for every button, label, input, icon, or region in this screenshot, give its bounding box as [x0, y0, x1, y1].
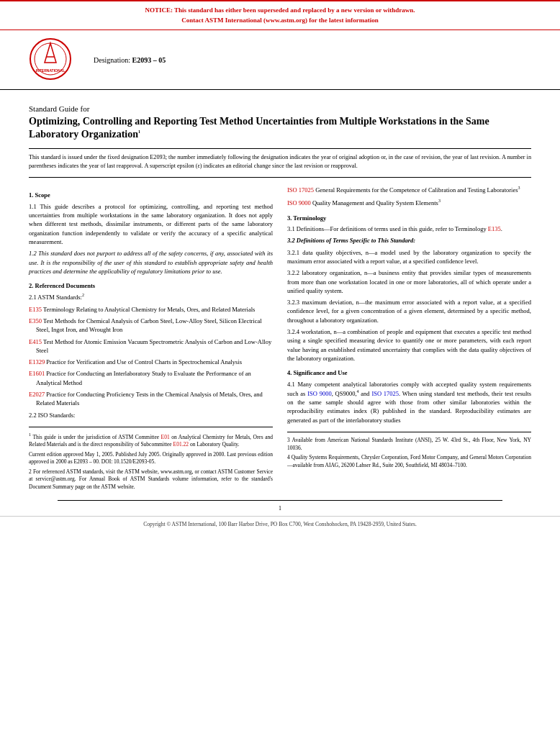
document-title-section: Standard Guide for Optimizing, Controlli…: [29, 104, 531, 141]
ref-E350-text: Test Methods for Chemical Analysis of Ca…: [36, 317, 262, 333]
list-item: E2027 Practice for Conducting Proficienc…: [29, 390, 273, 408]
ref-E135-text: Terminology Relating to Analytical Chemi…: [43, 306, 255, 313]
section1-heading: 1. Scope: [29, 191, 273, 199]
iso-ref-9000: ISO 9000 Quality Management and Quality …: [287, 198, 531, 207]
ref-E1329-link[interactable]: E1329: [29, 358, 45, 366]
section2-astm-intro: 2.1 ASTM Standards:2: [29, 292, 273, 301]
committee-E01-link[interactable]: E01: [161, 434, 170, 440]
list-item: E135 Terminology Relating to Analytical …: [29, 305, 273, 314]
ref-E415-link[interactable]: E415: [29, 338, 42, 345]
iso-17025-text: General Requirements for the Competence …: [315, 186, 520, 194]
main-title: Optimizing, Controlling and Reporting Te…: [29, 116, 489, 140]
designation-area: Designation: E2093 – 05: [79, 56, 166, 64]
copyright-text: Copyright © ASTM International, 100 Barr…: [143, 521, 417, 527]
astm-refs-list: E135 Terminology Relating to Analytical …: [29, 305, 273, 408]
list-item: E1601 Practice for Conducting an Interla…: [29, 369, 273, 387]
ref-E2027-text: Practice for Conducting Proficiency Test…: [36, 391, 263, 407]
designation-value: E2093 – 05: [132, 56, 166, 64]
footnote4-right: 4 Quality Systems Requirements, Chrysler…: [287, 454, 531, 469]
def2: 3.2.2 laboratory organization, n—a busin…: [287, 268, 531, 295]
def3: 3.2.3 maximum deviation, n—the maximum e…: [287, 298, 531, 324]
section1-p1: 1.1 This guide describes a protocol for …: [29, 202, 273, 247]
two-column-layout: 1. Scope 1.1 This guide describes a prot…: [29, 185, 531, 493]
copyright-footer: Copyright © ASTM International, 100 Barr…: [0, 516, 560, 532]
iso9000-inline-link[interactable]: ISO 9000: [307, 390, 331, 397]
section3-heading: 3. Terminology: [287, 214, 531, 222]
list-item: E415 Test Method for Atomic Emission Vac…: [29, 337, 273, 355]
footnote3-right: 3 Available from American National Stand…: [287, 437, 531, 452]
astm-logo-area: INTERNATIONAL: [29, 37, 79, 82]
footnotes-right: 3 Available from American National Stand…: [287, 432, 531, 469]
notice-line2: Contact ASTM International (www.astm.org…: [181, 17, 379, 24]
iso-9000-link[interactable]: ISO 9000: [287, 199, 311, 206]
ref-E2027-link[interactable]: E2027: [29, 391, 45, 398]
footnote1: 1 This guide is under the jurisdiction o…: [29, 432, 273, 449]
section2-heading: 2. Referenced Documents: [29, 281, 273, 290]
notice-bar: NOTICE: This standard has either been su…: [0, 0, 560, 30]
abstract-box: This standard is issued under the fixed …: [29, 148, 531, 178]
def4: 3.2.4 workstation, n—a combination of pe…: [287, 327, 531, 363]
iso17025-inline-link[interactable]: ISO 17025: [371, 390, 399, 397]
section4-heading: 4. Significance and Use: [287, 368, 531, 377]
footnote-astm-refs: 2 For referenced ASTM standards, visit t…: [29, 468, 273, 491]
abstract-text: This standard is issued under the fixed …: [29, 153, 531, 170]
ref-E415-text: Test Method for Atomic Emission Vacuum S…: [36, 338, 271, 354]
subcommittee-E0122-link[interactable]: E01.22: [173, 441, 189, 448]
notice-line1: NOTICE: This standard has either been su…: [145, 6, 415, 14]
section2-iso-intro: 2.2 ISO Standards:: [29, 411, 273, 419]
main-content: Standard Guide for Optimizing, Controlli…: [0, 90, 560, 516]
iso-ref-17025: ISO 17025 General Requirements for the C…: [287, 185, 531, 194]
svg-text:INTERNATIONAL: INTERNATIONAL: [36, 68, 65, 73]
title-superscript: 1: [138, 130, 140, 135]
svg-marker-2: [45, 43, 56, 63]
astm-logo-icon: INTERNATIONAL: [29, 37, 72, 81]
section1-p2: 1.2 This standard does not purport to ad…: [29, 249, 273, 276]
def1: 3.2.1 data quality objectives, n—a model…: [287, 248, 531, 266]
iso-17025-link[interactable]: ISO 17025: [287, 186, 314, 194]
footnotes-left: 1 This guide is under the jurisdiction o…: [29, 427, 273, 491]
page-number: 1: [279, 505, 281, 512]
section3-p1: 3.1 Definitions—For definitions of terms…: [287, 224, 531, 233]
right-column: ISO 17025 General Requirements for the C…: [287, 185, 531, 493]
list-item: E1329 Practice for Verification and Use …: [29, 358, 273, 366]
list-item: E350 Test Methods for Chemical Analysis …: [29, 317, 273, 335]
left-column: 1. Scope 1.1 This guide describes a prot…: [29, 185, 273, 493]
page-footer: 1: [58, 500, 502, 516]
section4-p1: 4.1 Many competent analytical laboratori…: [287, 380, 531, 425]
ref-E135-link[interactable]: E135: [29, 306, 42, 313]
footnote-edition: Current edition approved May 1, 2005. Pu…: [29, 451, 273, 466]
ref-E1601-text: Practice for Conducting an Interlaborato…: [36, 370, 251, 386]
designation-label: Designation:: [94, 56, 130, 64]
standard-guide-label: Standard Guide for: [29, 104, 531, 113]
ref-E350-link[interactable]: E350: [29, 317, 42, 324]
ref-E1601-link[interactable]: E1601: [29, 370, 45, 377]
iso-9000-text: Quality Management and Quality System El…: [312, 199, 441, 206]
document-header: INTERNATIONAL Designation: E2093 – 05: [0, 30, 560, 90]
section3-p2: 3.2 Definitions of Terms Specific to Thi…: [287, 236, 531, 245]
e135-ref-link[interactable]: E135: [488, 225, 501, 232]
ref-E1329-text: Practice for Verification and Use of Con…: [46, 358, 242, 366]
